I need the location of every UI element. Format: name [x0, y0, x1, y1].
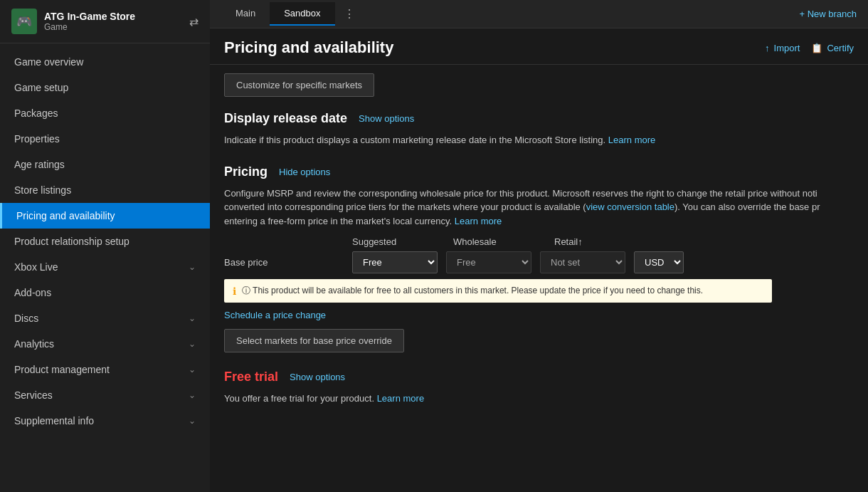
app-subtitle: Game — [44, 22, 135, 32]
sidebar-item-game-overview[interactable]: Game overview — [0, 49, 210, 75]
display-release-title: Display release date — [224, 111, 347, 126]
content-area: Customize for specific markets Display r… — [210, 65, 868, 492]
free-trial-title: Free trial — [224, 370, 278, 384]
sidebar: 🎮 ATG In-Game Store Game ⇄ Game overview… — [0, 0, 210, 492]
display-release-show-options[interactable]: Show options — [359, 113, 414, 124]
currency-select[interactable]: USD EUR GBP — [634, 251, 684, 273]
sidebar-item-label: Analytics — [14, 338, 54, 350]
display-release-title-row: Display release date Show options — [224, 111, 854, 126]
app-title: ATG In-Game Store — [44, 11, 135, 22]
view-conversion-table-link[interactable]: view conversion table — [586, 201, 674, 212]
sidebar-item-product-relationship[interactable]: Product relationship setup — [0, 229, 210, 254]
sidebar-item-label: Age ratings — [14, 159, 65, 170]
sidebar-item-label: Services — [14, 389, 53, 401]
sidebar-item-xbox-live[interactable]: Xbox Live⌄ — [0, 254, 210, 280]
free-trial-learn-more[interactable]: Learn more — [377, 393, 424, 404]
tab-more-icon[interactable]: ⋮ — [338, 4, 361, 23]
pricing-hide-options[interactable]: Hide options — [279, 167, 330, 177]
col-suggested: Suggested — [352, 236, 445, 247]
content-header: Pricing and availability ↑ Import 📋 Cert… — [210, 28, 868, 65]
select-markets-button[interactable]: Select markets for base price override — [224, 329, 404, 352]
chevron-down-icon: ⌄ — [189, 416, 196, 426]
sidebar-item-services[interactable]: Services⌄ — [0, 382, 210, 408]
sidebar-item-label: Game overview — [14, 56, 83, 68]
free-trial-desc: You offer a free trial for your product.… — [224, 392, 854, 406]
pricing-title-row: Pricing Hide options — [224, 164, 854, 179]
warning-text: ⓘ This product will be available for fre… — [242, 285, 703, 297]
chevron-down-icon: ⌄ — [189, 262, 196, 272]
certify-label: Certify — [827, 43, 854, 53]
app-icon: 🎮 — [11, 9, 37, 34]
retail-price-select[interactable]: Not set — [540, 251, 625, 273]
base-price-row: Base price Free $0.99 $1.99 $4.99 $9.99 … — [224, 251, 854, 273]
import-icon: ↑ — [765, 43, 770, 53]
sidebar-item-discs[interactable]: Discs⌄ — [0, 305, 210, 331]
sidebar-item-label: Xbox Live — [14, 261, 58, 273]
schedule-price-change-link[interactable]: Schedule a price change — [224, 310, 326, 320]
pricing-title: Pricing — [224, 164, 268, 179]
sidebar-item-label: Pricing and availability — [16, 210, 115, 221]
wholesale-price-select[interactable]: Free — [446, 251, 531, 273]
base-price-label: Base price — [224, 257, 344, 268]
pricing-table: Suggested Wholesale Retail↑ Base price F… — [224, 236, 854, 352]
sidebar-item-label: Game setup — [14, 82, 68, 93]
col-retail: Retail↑ — [554, 236, 647, 247]
pricing-desc: Configure MSRP and review the correspond… — [224, 187, 854, 229]
main-content: Main Sandbox ⋮ + New branch Pricing and … — [210, 0, 868, 492]
sidebar-item-label: Properties — [14, 133, 60, 145]
app-info: ATG In-Game Store Game — [44, 11, 135, 32]
sidebar-item-analytics[interactable]: Analytics⌄ — [0, 331, 210, 357]
new-branch-button[interactable]: + New branch — [799, 9, 857, 19]
free-trial-title-row: Free trial Show options — [224, 370, 854, 384]
sidebar-header: 🎮 ATG In-Game Store Game ⇄ — [0, 0, 210, 43]
sidebar-item-pricing-availability[interactable]: Pricing and availability — [0, 203, 210, 229]
certify-button[interactable]: 📋 Certify — [811, 43, 854, 53]
tab-sandbox[interactable]: Sandbox — [270, 2, 334, 26]
new-branch-label: + New branch — [799, 9, 857, 19]
sidebar-item-label: Supplemental info — [14, 415, 94, 426]
suggested-price-select[interactable]: Free $0.99 $1.99 $4.99 $9.99 — [352, 251, 438, 273]
sidebar-item-store-listings[interactable]: Store listings — [0, 177, 210, 203]
free-price-warning: ℹ ⓘ This product will be available for f… — [224, 279, 772, 303]
import-label: Import — [774, 43, 800, 53]
sidebar-item-add-ons[interactable]: Add-ons — [0, 280, 210, 305]
sidebar-item-product-management[interactable]: Product management⌄ — [0, 357, 210, 382]
free-trial-show-options[interactable]: Show options — [290, 372, 345, 382]
customize-markets-button[interactable]: Customize for specific markets — [224, 73, 374, 97]
tab-bar: Main Sandbox ⋮ + New branch — [210, 0, 868, 28]
pricing-col-headers: Suggested Wholesale Retail↑ — [224, 236, 854, 247]
sidebar-item-packages[interactable]: Packages — [0, 100, 210, 126]
sidebar-item-label: Add-ons — [14, 287, 51, 298]
chevron-down-icon: ⌄ — [189, 365, 196, 375]
sidebar-item-game-setup[interactable]: Game setup — [0, 75, 210, 100]
pricing-learn-more[interactable]: Learn more — [455, 216, 502, 226]
display-release-desc: Indicate if this product displays a cust… — [224, 133, 854, 147]
chevron-down-icon: ⌄ — [189, 390, 196, 400]
tab-main[interactable]: Main — [221, 2, 270, 26]
sidebar-item-age-ratings[interactable]: Age ratings — [0, 152, 210, 177]
sidebar-item-label: Packages — [14, 108, 58, 119]
sidebar-item-supplemental-info[interactable]: Supplemental info⌄ — [0, 408, 210, 434]
warning-icon: ℹ — [233, 286, 236, 297]
col-wholesale: Wholesale — [453, 236, 546, 247]
pricing-section: Pricing Hide options Configure MSRP and … — [224, 164, 854, 353]
import-button[interactable]: ↑ Import — [765, 43, 800, 53]
sidebar-item-label: Product management — [14, 364, 110, 375]
page-title: Pricing and availability — [224, 38, 393, 57]
sidebar-item-label: Discs — [14, 313, 38, 324]
transfer-icon[interactable]: ⇄ — [189, 15, 199, 28]
free-trial-section: Free trial Show options You offer a free… — [224, 370, 854, 406]
chevron-down-icon: ⌄ — [189, 313, 196, 323]
sidebar-nav: Game overviewGame setupPackagesPropertie… — [0, 43, 210, 492]
certify-icon: 📋 — [811, 43, 822, 53]
sidebar-item-label: Product relationship setup — [14, 236, 129, 247]
chevron-down-icon: ⌄ — [189, 339, 196, 349]
display-release-learn-more[interactable]: Learn more — [608, 135, 655, 145]
header-actions: ↑ Import 📋 Certify — [765, 43, 854, 53]
sidebar-item-properties[interactable]: Properties — [0, 126, 210, 152]
content-body: Customize for specific markets Display r… — [210, 65, 868, 431]
sidebar-item-label: Store listings — [14, 184, 71, 196]
display-release-section: Display release date Show options Indica… — [224, 111, 854, 147]
